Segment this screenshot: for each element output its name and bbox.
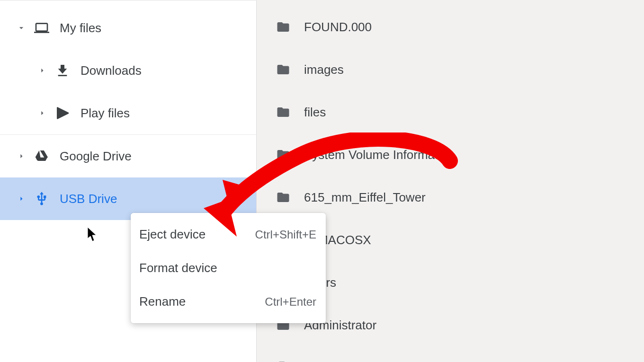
list-item[interactable]: images xyxy=(257,48,644,91)
folder-icon xyxy=(276,147,291,162)
sidebar-item-label: Google Drive xyxy=(60,149,256,164)
sidebar-item-label: Play files xyxy=(80,106,256,121)
sidebar-item-label: My files xyxy=(60,21,256,35)
menu-item-eject-device[interactable]: Eject device Ctrl+Shift+E xyxy=(131,218,326,251)
folder-icon xyxy=(276,19,291,35)
file-name: FOUND.000 xyxy=(304,20,372,35)
menu-item-label: Format device xyxy=(139,261,217,275)
menu-item-format-device[interactable]: Format device xyxy=(131,251,326,285)
google-drive-icon xyxy=(32,147,51,166)
list-item[interactable]: Eagle_Bottle_Opener.stl xyxy=(257,346,644,362)
file-name: 615_mm_Eiffel_Tower xyxy=(304,190,426,205)
menu-item-shortcut: Ctrl+Shift+E xyxy=(255,228,316,241)
folder-icon xyxy=(276,190,291,205)
usb-icon xyxy=(32,189,51,208)
context-menu: Eject device Ctrl+Shift+E Format device … xyxy=(131,213,326,323)
list-item[interactable]: files xyxy=(257,91,644,133)
chevron-right-icon[interactable] xyxy=(15,194,27,203)
file-name: images xyxy=(304,62,344,77)
list-item[interactable]: 615_mm_Eiffel_Tower xyxy=(257,176,644,219)
list-item[interactable]: System Volume Information xyxy=(257,133,644,176)
chevron-right-icon[interactable] xyxy=(36,108,48,118)
chevron-down-icon[interactable] xyxy=(15,23,27,33)
play-icon xyxy=(53,104,72,123)
sidebar-divider xyxy=(0,0,257,0)
sidebar-item-label: USB Drive xyxy=(60,192,256,206)
laptop-icon xyxy=(32,18,51,37)
file-name: System Volume Information xyxy=(304,148,455,162)
folder-icon xyxy=(276,62,291,77)
file-name: files xyxy=(304,105,326,120)
menu-item-label: Eject device xyxy=(139,227,206,242)
sidebar-item-label: Downloads xyxy=(80,63,256,78)
sidebar-item-play-files[interactable]: Play files xyxy=(0,92,256,134)
chevron-right-icon[interactable] xyxy=(15,151,27,161)
sidebar-item-downloads[interactable]: Downloads xyxy=(0,49,256,92)
cursor-icon xyxy=(88,227,99,243)
list-item[interactable]: FOUND.000 xyxy=(257,6,644,48)
menu-item-label: Rename xyxy=(139,294,186,309)
download-icon xyxy=(53,61,72,80)
folder-icon xyxy=(276,105,291,120)
chevron-right-icon[interactable] xyxy=(36,66,48,75)
sidebar-item-my-files[interactable]: My files xyxy=(0,7,256,49)
menu-item-shortcut: Ctrl+Enter xyxy=(265,295,316,309)
sidebar-item-google-drive[interactable]: Google Drive xyxy=(0,135,256,177)
menu-item-rename[interactable]: Rename Ctrl+Enter xyxy=(131,285,326,318)
file-name: Eagle_Bottle_Opener.stl xyxy=(304,361,437,362)
file-icon xyxy=(276,360,291,362)
